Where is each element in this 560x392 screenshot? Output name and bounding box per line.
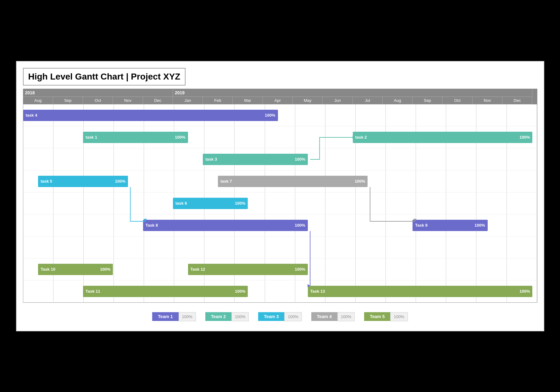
legend-item-team1: Team 1100% [152,312,196,321]
task-label: Task 10 [41,267,55,272]
month-cell: Apr [263,97,293,104]
gantt-body: task 4100%task 1100%task 2100%task 3100%… [23,104,537,302]
task-bar-task6: task 6100% [173,198,248,209]
task-pct: 100% [519,135,530,140]
task-bar-task4: task 4100% [23,110,278,121]
legend-color-team3: Team 3 [258,312,284,321]
task-pct: 100% [355,179,365,184]
task-bar-task2: task 2100% [353,132,533,143]
legend-pct-team4: 100% [337,312,355,321]
legend-item-team5: Team 5100% [364,312,408,321]
month-cell: Dec [502,97,532,104]
task-pct: 100% [175,135,185,140]
task-pct: 100% [295,223,305,228]
legend-item-team3: Team 3100% [258,312,302,321]
task-label: Task 13 [310,289,325,294]
task-label: Task 12 [191,267,205,272]
month-cell: Oct [83,97,113,104]
month-cell: Mar [233,97,263,104]
gantt-row [23,236,537,258]
task-label: Task 8 [146,223,158,228]
legend-color-team2: Team 2 [205,312,231,321]
month-cell: Aug [23,97,53,104]
task-pct: 100% [295,157,305,162]
legend-color-team5: Team 5 [364,312,390,321]
legend-item-team4: Team 4100% [311,312,355,321]
task-pct: 100% [265,113,275,118]
task-bar-task3: task 3100% [203,154,308,165]
task-label: task 7 [220,179,232,184]
month-cell: Sep [53,97,83,104]
legend-color-team4: Team 4 [311,312,337,321]
year-cell: 2018 [23,89,173,97]
legend-item-team2: Team 2100% [205,312,249,321]
task-bar-task9: Task 9100% [413,220,487,231]
task-pct: 100% [474,223,485,228]
month-cell: May [293,97,323,104]
task-label: task 1 [86,135,97,140]
task-pct: 100% [519,289,530,294]
task-label: task 6 [175,201,187,206]
legend-pct-team1: 100% [179,312,196,321]
legend-pct-team5: 100% [390,312,408,321]
task-pct: 100% [100,267,110,272]
legend-pct-team3: 100% [284,312,302,321]
gantt-row [23,192,537,214]
task-bar-task8: Task 8100% [143,220,308,231]
task-label: task 3 [205,157,217,162]
chart-title: High Level Gantt Chart | Project XYZ [23,68,186,86]
task-pct: 100% [295,267,305,272]
month-row: AugSepOctNovDecJanFebMarAprMayJunJulAugS… [23,97,537,104]
task-pct: 100% [235,289,245,294]
month-cell: Jul [353,97,383,104]
gantt-area: 20182019 AugSepOctNovDecJanFebMarAprMayJ… [23,89,537,303]
task-bar-task1: task 1100% [83,132,188,143]
legend-color-team1: Team 1 [152,312,178,321]
task-bar-task12: Task 12100% [188,264,308,275]
legend: Team 1100%Team 2100%Team 3100%Team 4100%… [23,312,537,328]
task-label: Task 9 [415,223,428,228]
task-bar-task11: Task 11100% [83,286,248,297]
month-cell: Dec [143,97,173,104]
month-cell: Nov [473,97,502,104]
year-row: 20182019 [23,89,537,97]
month-cell: Oct [442,97,472,104]
task-label: task 2 [355,135,367,140]
month-cell: Jun [323,97,352,104]
gantt-chart: High Level Gantt Chart | Project XYZ 201… [16,61,544,331]
month-cell: Sep [413,97,442,104]
task-pct: 100% [115,179,125,184]
task-label: Task 11 [86,289,100,294]
task-bar-task5: task 5100% [38,176,128,187]
task-bar-task13: Task 13100% [308,286,533,297]
month-cell: Aug [383,97,413,104]
month-cell: Feb [203,97,233,104]
task-pct: 100% [235,201,245,206]
task-label: task 4 [26,113,37,118]
task-bar-task7: task 7100% [218,176,368,187]
legend-pct-team2: 100% [231,312,249,321]
month-cell: Jan [173,97,203,104]
year-cell: 2019 [173,89,533,97]
task-bar-task10: Task 10100% [38,264,113,275]
month-cell: Nov [113,97,143,104]
task-label: task 5 [41,179,52,184]
